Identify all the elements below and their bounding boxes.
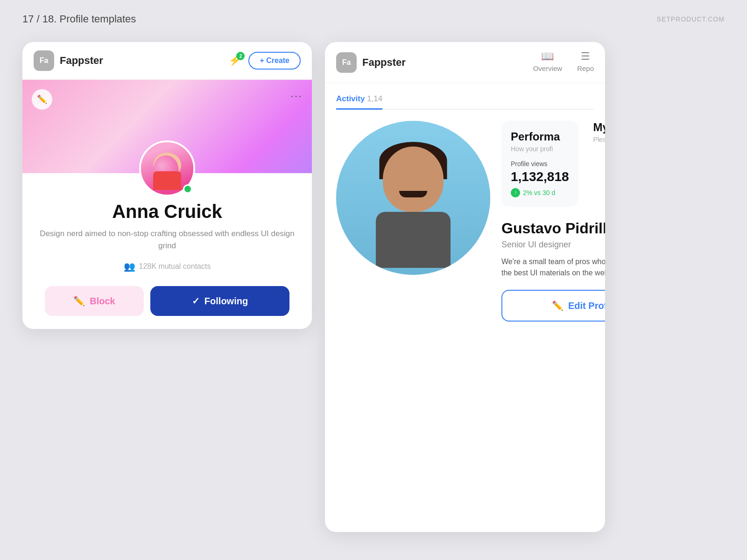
- performance-subtitle: How your profi: [511, 145, 569, 153]
- person-face: [336, 121, 490, 275]
- right-card-body: Activity 1,14: [325, 83, 605, 333]
- girl-body: [153, 171, 181, 190]
- views-label: Profile views: [511, 160, 569, 168]
- profile-bio: Design nerd aimed to non-stop crafting o…: [37, 228, 297, 252]
- more-options-button[interactable]: ···: [290, 89, 303, 102]
- block-icon: ✏️: [73, 295, 85, 307]
- views-count: 1,132,818: [511, 169, 569, 184]
- reports-label: Repo: [577, 64, 594, 72]
- notification-button[interactable]: ⚡ 2: [226, 53, 243, 69]
- block-label: Block: [90, 296, 115, 307]
- views-trend: ↑ 2% vs 30 d: [511, 188, 569, 197]
- my-profile-sub: Please, edit yo: [593, 136, 605, 143]
- performance-title: Performa: [511, 130, 569, 143]
- right-info-panel: Performa How your profi Profile views 1,…: [501, 121, 605, 322]
- tabs-row: Activity 1,14: [336, 94, 594, 110]
- performance-card: Performa How your profi Profile views 1,…: [501, 121, 578, 207]
- right-app-logo: Fa: [336, 52, 357, 73]
- more-icon: ···: [290, 89, 303, 102]
- reports-icon: ☰: [581, 50, 590, 63]
- left-profile-card: Fa Fappster ⚡ 2 + Create ✏️ ···: [22, 42, 312, 329]
- action-buttons: ✏️ Block ✓ Following: [37, 286, 297, 316]
- create-button[interactable]: + Create: [248, 52, 301, 70]
- right-avatar: [336, 121, 490, 275]
- left-app-logo: Fa: [34, 50, 54, 71]
- profile-section: Performa How your profi Profile views 1,…: [336, 121, 594, 322]
- brand-label: SETPRODUCT.COM: [657, 15, 725, 23]
- person-job-title: Senior UI designer: [501, 240, 605, 250]
- breadcrumb: 17 / 18. Profile templates: [22, 13, 136, 25]
- person-bio: We're a small team of pros who aimed bri…: [501, 256, 605, 279]
- trend-up-icon: ↑: [511, 188, 520, 197]
- person-silhouette: [366, 147, 460, 268]
- mutual-contacts: 👥 128K mutual contacts: [37, 261, 297, 272]
- profile-body: Anna Cruick Design nerd aimed to non-sto…: [22, 173, 312, 329]
- avatar-wrap: [139, 140, 195, 196]
- notification-badge: 2: [236, 52, 245, 60]
- activity-label: Activity: [336, 94, 367, 103]
- left-card-header: Fa Fappster ⚡ 2 + Create: [22, 42, 312, 80]
- person-mustache: [399, 191, 427, 197]
- tab-activity[interactable]: Activity 1,14: [336, 94, 382, 110]
- right-app-name: Fappster: [362, 56, 528, 69]
- edit-profile-button[interactable]: ✏️ Edit Profile: [501, 290, 605, 322]
- contacts-count: 128K mutual contacts: [139, 262, 211, 271]
- edit-banner-button[interactable]: ✏️: [32, 89, 52, 110]
- profile-banner: ✏️ ···: [22, 80, 312, 173]
- my-profile-title: My Profile: [593, 121, 605, 134]
- overview-label: Overview: [533, 64, 563, 72]
- nav-overview[interactable]: 📖 Overview: [533, 50, 563, 74]
- block-button[interactable]: ✏️ Block: [45, 286, 144, 316]
- right-card-nav: 📖 Overview ☰ Repo: [533, 50, 594, 74]
- nav-reports[interactable]: ☰ Repo: [577, 50, 594, 74]
- person-details: Performa How your profi Profile views 1,…: [501, 121, 578, 214]
- activity-count: 1,14: [367, 94, 382, 103]
- check-icon: ✓: [192, 295, 200, 307]
- person-body: [376, 212, 451, 268]
- my-profile-section: My Profile Please, edit yo: [593, 121, 605, 214]
- person-info: Gustavo Pidrillio Senior UI designer We'…: [501, 220, 605, 322]
- overview-icon: 📖: [541, 50, 554, 63]
- contacts-icon: 👥: [124, 261, 135, 272]
- profile-name: Anna Cruick: [37, 201, 297, 222]
- person-head: [383, 147, 444, 212]
- right-card-header: Fa Fappster 📖 Overview ☰ Repo: [325, 42, 605, 83]
- trend-text: 2% vs 30 d: [523, 189, 555, 196]
- person-name: Gustavo Pidrillio: [501, 220, 605, 237]
- edit-icon: ✏️: [552, 300, 564, 311]
- online-indicator: [183, 184, 192, 194]
- right-profile-card: Fa Fappster 📖 Overview ☰ Repo Activity 1…: [325, 42, 605, 532]
- edit-profile-label: Edit Profile: [568, 301, 605, 311]
- following-button[interactable]: ✓ Following: [150, 286, 289, 316]
- following-label: Following: [204, 296, 248, 307]
- pencil-icon: ✏️: [37, 94, 47, 105]
- left-app-name: Fappster: [60, 55, 221, 67]
